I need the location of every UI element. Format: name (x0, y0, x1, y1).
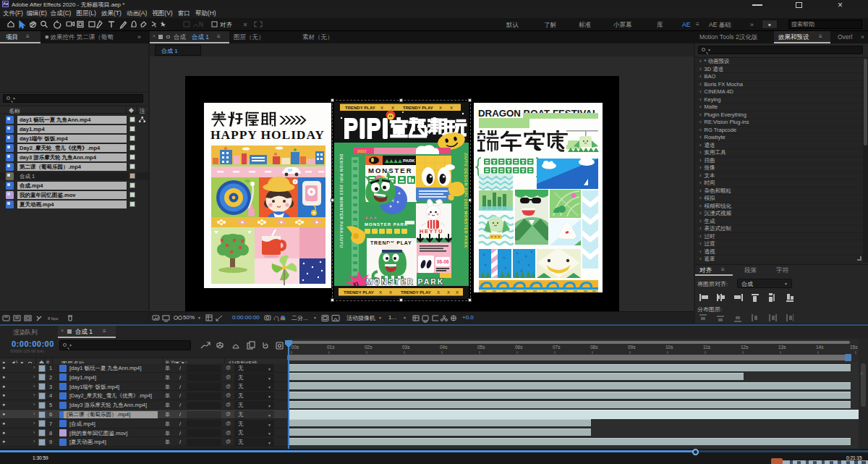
svg-text:MONSTER PARK: MONSTER PARK (366, 277, 444, 286)
svg-text:TRENDY PLAY: TRENDY PLAY (401, 290, 431, 295)
svg-text:X: X (437, 290, 440, 295)
svg-text:HEYTU: HEYTU (420, 228, 443, 235)
svg-text:MONSTER PARK: MONSTER PARK (365, 222, 408, 227)
svg-text:TRENDY PLAY: TRENDY PLAY (344, 290, 374, 295)
svg-text:HAPPY HOLIDAY: HAPPY HOLIDAY (210, 127, 324, 142)
svg-text:X: X (391, 106, 394, 110)
svg-text:X: X (380, 106, 383, 110)
svg-text:X: X (389, 290, 392, 295)
svg-text:X: X (456, 290, 459, 295)
svg-text:2022: 2022 (357, 149, 366, 153)
svg-text:MONSTER: MONSTER (368, 166, 413, 174)
svg-text:06-06: 06-06 (437, 259, 449, 264)
svg-text:DESIGN PIPI 2023 MONSTER PARKJ: DESIGN PIPI 2023 MONSTER PARKJIUYU (339, 154, 344, 248)
svg-text:PARK: PARK (403, 159, 415, 163)
svg-text:X: X (439, 106, 442, 110)
svg-text:X: X (379, 290, 382, 295)
svg-text:8 bpc: 8 bpc (48, 316, 59, 321)
svg-text:X: X (450, 106, 453, 110)
svg-text:对齐: 对齐 (220, 21, 233, 28)
svg-text:TRENDY PLAY: TRENDY PLAY (403, 106, 433, 110)
svg-text:X: X (447, 290, 450, 295)
svg-text:TRENDY PLAY: TRENDY PLAY (345, 106, 375, 110)
